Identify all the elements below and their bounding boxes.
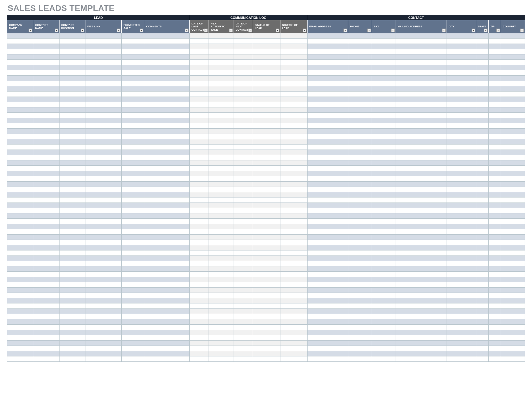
- cell-contact_position[interactable]: [59, 282, 85, 288]
- cell-projected_sale[interactable]: [122, 314, 144, 319]
- cell-web_link[interactable]: [85, 245, 122, 250]
- cell-contact_name[interactable]: [33, 60, 59, 65]
- cell-projected_sale[interactable]: [122, 213, 144, 219]
- cell-state[interactable]: [476, 182, 488, 187]
- cell-zip[interactable]: [488, 102, 501, 107]
- cell-fax[interactable]: [372, 107, 396, 113]
- cell-date_last[interactable]: [189, 171, 209, 176]
- cell-next_action[interactable]: [209, 176, 234, 182]
- cell-zip[interactable]: [488, 123, 501, 129]
- cell-web_link[interactable]: [85, 86, 122, 92]
- cell-city[interactable]: [447, 123, 476, 129]
- cell-date_next[interactable]: [234, 351, 253, 356]
- cell-zip[interactable]: [488, 139, 501, 145]
- cell-date_next[interactable]: [234, 39, 253, 44]
- cell-state[interactable]: [476, 134, 488, 139]
- cell-date_next[interactable]: [234, 346, 253, 351]
- cell-status[interactable]: [253, 224, 280, 229]
- cell-country[interactable]: [501, 346, 525, 351]
- cell-comments[interactable]: [144, 129, 190, 134]
- cell-email[interactable]: [307, 76, 348, 81]
- cell-date_next[interactable]: [234, 145, 253, 150]
- cell-projected_sale[interactable]: [122, 70, 144, 76]
- cell-contact_position[interactable]: [59, 134, 85, 139]
- cell-fax[interactable]: [372, 277, 396, 282]
- cell-city[interactable]: [447, 335, 476, 341]
- cell-state[interactable]: [476, 282, 488, 288]
- cell-company_name[interactable]: [7, 65, 33, 70]
- cell-next_action[interactable]: [209, 60, 234, 65]
- cell-next_action[interactable]: [209, 145, 234, 150]
- cell-company_name[interactable]: [7, 81, 33, 86]
- cell-fax[interactable]: [372, 150, 396, 155]
- cell-country[interactable]: [501, 198, 525, 203]
- cell-comments[interactable]: [144, 192, 190, 198]
- cell-web_link[interactable]: [85, 192, 122, 198]
- cell-country[interactable]: [501, 171, 525, 176]
- cell-city[interactable]: [447, 166, 476, 171]
- cell-city[interactable]: [447, 76, 476, 81]
- cell-comments[interactable]: [144, 346, 190, 351]
- cell-status[interactable]: [253, 192, 280, 198]
- cell-company_name[interactable]: [7, 44, 33, 49]
- cell-web_link[interactable]: [85, 235, 122, 240]
- cell-status[interactable]: [253, 198, 280, 203]
- column-header-company_name[interactable]: COMPANY NAME: [7, 20, 33, 33]
- cell-contact_position[interactable]: [59, 150, 85, 155]
- cell-email[interactable]: [307, 134, 348, 139]
- cell-next_action[interactable]: [209, 129, 234, 134]
- cell-next_action[interactable]: [209, 330, 234, 335]
- cell-comments[interactable]: [144, 54, 190, 60]
- cell-projected_sale[interactable]: [122, 346, 144, 351]
- cell-contact_position[interactable]: [59, 203, 85, 208]
- cell-status[interactable]: [253, 256, 280, 261]
- cell-comments[interactable]: [144, 166, 190, 171]
- cell-fax[interactable]: [372, 356, 396, 362]
- cell-city[interactable]: [447, 250, 476, 256]
- cell-state[interactable]: [476, 86, 488, 92]
- cell-zip[interactable]: [488, 250, 501, 256]
- cell-source[interactable]: [280, 309, 307, 314]
- cell-zip[interactable]: [488, 113, 501, 118]
- cell-contact_position[interactable]: [59, 65, 85, 70]
- cell-date_next[interactable]: [234, 224, 253, 229]
- cell-mailing_address[interactable]: [396, 123, 447, 129]
- cell-city[interactable]: [447, 293, 476, 298]
- cell-phone[interactable]: [348, 224, 372, 229]
- cell-contact_position[interactable]: [59, 171, 85, 176]
- cell-comments[interactable]: [144, 155, 190, 160]
- cell-zip[interactable]: [488, 81, 501, 86]
- cell-city[interactable]: [447, 134, 476, 139]
- cell-state[interactable]: [476, 325, 488, 330]
- cell-fax[interactable]: [372, 76, 396, 81]
- cell-date_last[interactable]: [189, 81, 209, 86]
- cell-state[interactable]: [476, 39, 488, 44]
- cell-status[interactable]: [253, 145, 280, 150]
- cell-comments[interactable]: [144, 65, 190, 70]
- cell-mailing_address[interactable]: [396, 346, 447, 351]
- cell-state[interactable]: [476, 107, 488, 113]
- cell-phone[interactable]: [348, 256, 372, 261]
- cell-status[interactable]: [253, 325, 280, 330]
- cell-contact_name[interactable]: [33, 65, 59, 70]
- cell-country[interactable]: [501, 33, 525, 39]
- cell-country[interactable]: [501, 341, 525, 346]
- cell-company_name[interactable]: [7, 107, 33, 113]
- cell-fax[interactable]: [372, 39, 396, 44]
- cell-country[interactable]: [501, 356, 525, 362]
- cell-company_name[interactable]: [7, 145, 33, 150]
- cell-status[interactable]: [253, 44, 280, 49]
- cell-web_link[interactable]: [85, 356, 122, 362]
- cell-phone[interactable]: [348, 54, 372, 60]
- cell-fax[interactable]: [372, 187, 396, 192]
- cell-date_next[interactable]: [234, 298, 253, 303]
- cell-country[interactable]: [501, 145, 525, 150]
- column-header-mailing_address[interactable]: MAILING ADDRESS: [396, 20, 447, 33]
- cell-state[interactable]: [476, 203, 488, 208]
- cell-status[interactable]: [253, 107, 280, 113]
- cell-mailing_address[interactable]: [396, 219, 447, 224]
- cell-country[interactable]: [501, 81, 525, 86]
- cell-comments[interactable]: [144, 261, 190, 266]
- cell-mailing_address[interactable]: [396, 261, 447, 266]
- cell-source[interactable]: [280, 123, 307, 129]
